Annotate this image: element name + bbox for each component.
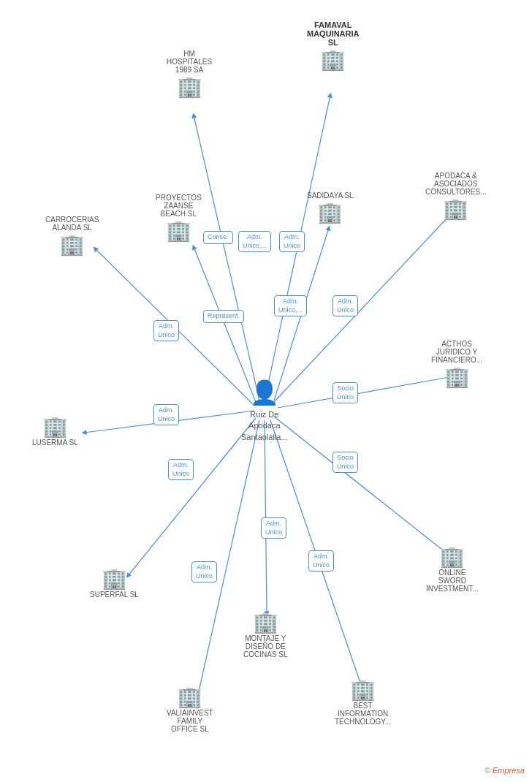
company-apodaca[interactable]: APODACA &ASOCIADOSCONSULTORES... 🏢 bbox=[425, 172, 487, 219]
role-badge-adm-unico-9[interactable]: Adm.Unico bbox=[191, 561, 217, 582]
company-luserma[interactable]: 🏢 LUSERMA SL bbox=[32, 417, 78, 447]
montaje-icon: 🏢 bbox=[253, 612, 278, 633]
svg-line-11 bbox=[274, 417, 449, 555]
role-badge-adm-unico-1[interactable]: Adm.Unico,... bbox=[238, 231, 271, 252]
luserma-label: LUSERMA SL bbox=[32, 439, 78, 447]
role-badge-adm-unico-6[interactable]: Adm.Unico bbox=[153, 404, 179, 425]
valiainvest-icon: 🏢 bbox=[177, 687, 202, 707]
company-best-info[interactable]: 🏢 BESTINFORMATIONTECHNOLOGY... bbox=[335, 680, 391, 726]
best-info-icon: 🏢 bbox=[350, 680, 376, 700]
superfal-label: SUPERFAL SL bbox=[90, 591, 139, 599]
montaje-label: MONTAJE YDISEÑO DECOCINAS SL bbox=[243, 634, 288, 658]
center-person-label: Ruiz DeApodacaSantaolalla... bbox=[241, 409, 288, 443]
famaval-label: FAMAVALMAQUINARIASL bbox=[307, 20, 360, 47]
svg-line-1 bbox=[194, 115, 259, 401]
role-badge-socio-unico-2[interactable]: SocioÚnico bbox=[332, 452, 358, 473]
sadidaya-icon: 🏢 bbox=[317, 202, 343, 223]
watermark: © Empresa bbox=[484, 766, 525, 775]
role-badge-adm-unico-7[interactable]: Adm.Unico bbox=[168, 459, 194, 480]
acthos-label: ACTHOSJURIDICO YFINANCIERO... bbox=[431, 340, 482, 364]
company-montaje[interactable]: 🏢 MONTAJE YDISEÑO DECOCINAS SL bbox=[243, 612, 288, 658]
valiainvest-label: VALIAINVESTFAMILYOFFICE SL bbox=[167, 709, 213, 733]
carrocerias-icon: 🏢 bbox=[59, 235, 85, 255]
carrocerias-label: CARROCERIASALANDA SL bbox=[45, 216, 99, 232]
hm-label: HMHOSPITALES1989 SA bbox=[167, 50, 212, 74]
company-valiainvest[interactable]: 🏢 VALIAINVESTFAMILYOFFICE SL bbox=[167, 687, 213, 733]
svg-line-6 bbox=[278, 377, 449, 408]
sadidaya-label: SADIDAYA SL bbox=[307, 191, 354, 200]
role-badge-socio-unico-1[interactable]: SocioÚnico bbox=[332, 382, 358, 403]
company-acthos[interactable]: ACTHOSJURIDICO YFINANCIERO... 🏢 bbox=[431, 340, 482, 387]
company-sadidaya[interactable]: SADIDAYA SL 🏢 bbox=[307, 191, 354, 223]
center-person-node: 👤 Ruiz DeApodacaSantaolalla... bbox=[241, 379, 288, 443]
svg-line-8 bbox=[128, 418, 256, 576]
superfal-icon: 🏢 bbox=[102, 569, 127, 589]
hm-icon: 🏢 bbox=[177, 77, 202, 97]
proyectos-label: PROYECTOSZAANSEBEACH SL bbox=[156, 194, 202, 218]
role-badge-represent[interactable]: Represent. bbox=[203, 310, 244, 323]
apodaca-icon: 🏢 bbox=[443, 199, 468, 219]
company-hm[interactable]: HMHOSPITALES1989 SA 🏢 bbox=[167, 50, 212, 97]
online-sword-icon: 🏢 bbox=[439, 547, 465, 567]
company-online-sword[interactable]: 🏢 ONLINESWORDINVESTMENT... bbox=[426, 547, 479, 593]
person-icon: 👤 bbox=[250, 379, 279, 406]
company-superfal[interactable]: 🏢 SUPERFAL SL bbox=[90, 569, 139, 599]
famaval-icon: 🏢 bbox=[320, 50, 346, 70]
company-famaval[interactable]: FAMAVALMAQUINARIASL 🏢 bbox=[307, 20, 360, 70]
luserma-icon: 🏢 bbox=[42, 417, 68, 437]
role-badge-adm-unico-10[interactable]: Adm.Unico bbox=[308, 550, 334, 572]
online-sword-label: ONLINESWORDINVESTMENT... bbox=[426, 569, 479, 593]
company-carrocerias[interactable]: CARROCERIASALANDA SL 🏢 bbox=[45, 216, 99, 255]
role-badge-conseje[interactable]: Conse. bbox=[203, 231, 233, 244]
role-badge-adm-unico-8[interactable]: Adm.Unico bbox=[261, 517, 286, 539]
best-info-label: BESTINFORMATIONTECHNOLOGY... bbox=[335, 702, 391, 726]
role-badge-adm-unico-2[interactable]: Adm.Unico bbox=[279, 231, 305, 252]
proyectos-icon: 🏢 bbox=[166, 221, 191, 241]
role-badge-adm-unico-4[interactable]: Adm.Unico bbox=[332, 295, 358, 316]
role-badge-adm-unico-3[interactable]: Adm.Unico,... bbox=[274, 295, 307, 316]
company-proyectos[interactable]: PROYECTOSZAANSEBEACH SL 🏢 bbox=[156, 194, 202, 241]
role-badge-adm-unico-5[interactable]: Adm.Unico bbox=[153, 320, 179, 341]
apodaca-label: APODACA &ASOCIADOSCONSULTORES... bbox=[425, 172, 487, 196]
acthos-icon: 🏢 bbox=[444, 367, 470, 387]
